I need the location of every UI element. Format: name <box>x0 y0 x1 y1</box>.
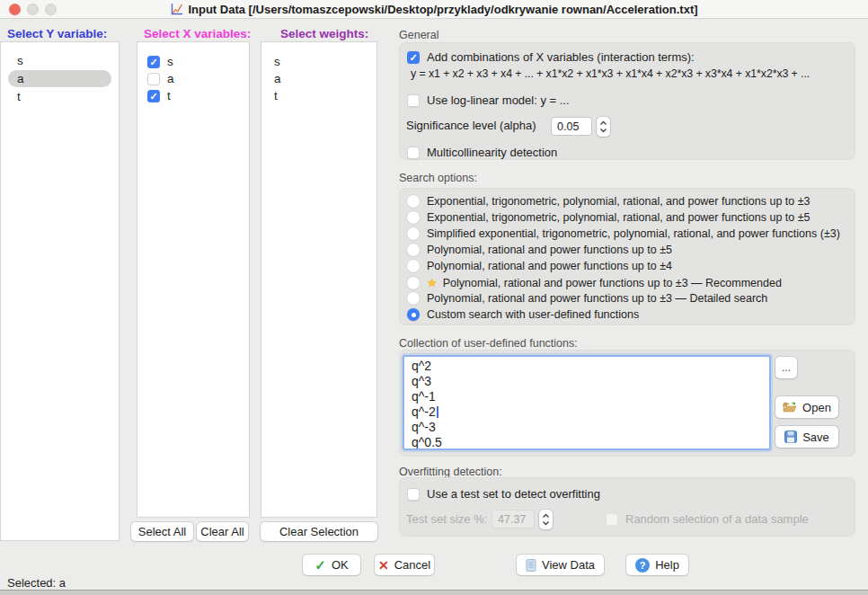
radio-icon[interactable] <box>407 244 420 256</box>
add-combinations-checkbox[interactable] <box>407 51 420 64</box>
help-button-label: Help <box>655 558 679 572</box>
function-line: q^2 <box>412 359 769 374</box>
radio-option[interactable]: Polynomial, rational and power functions… <box>407 244 672 256</box>
random-selection-label: Random selection of a data sample <box>625 512 809 526</box>
list-item[interactable]: s <box>137 53 249 70</box>
multicollinearity-checkbox[interactable] <box>407 147 420 159</box>
search-options-label: Search options: <box>399 172 477 184</box>
view-data-button[interactable]: View Data <box>517 555 604 575</box>
function-line: q^3 <box>412 374 769 389</box>
radio-icon[interactable] <box>407 227 420 240</box>
list-item[interactable]: t <box>137 87 249 104</box>
random-selection-checkbox[interactable] <box>606 513 618 526</box>
list-item[interactable]: t <box>261 87 376 104</box>
radio-option[interactable]: Exponential, trigonometric, polynomial, … <box>407 195 810 208</box>
document-icon <box>526 559 536 572</box>
checkbox-label: s <box>167 55 173 68</box>
radio-option[interactable]: Polynomial, rational and power functions… <box>407 260 672 272</box>
list-item[interactable]: a <box>137 70 249 87</box>
add-combinations-label: Add combinations of X variables (interac… <box>427 50 695 64</box>
use-test-set-label: Use a test set to detect overfitting <box>427 487 600 501</box>
radio-selected-icon[interactable] <box>407 308 420 321</box>
radio-label: Exponential, trigonometric, polynomial, … <box>427 211 810 224</box>
overfitting-group-box: Use a test set to detect overfitting Tes… <box>399 477 855 537</box>
minimize-button[interactable] <box>27 4 39 15</box>
question-mark-icon: ? <box>635 558 650 573</box>
search-options-group-box: Exponential, trigonometric, polynomial, … <box>399 188 855 325</box>
checkbox-label: t <box>167 89 171 102</box>
cancel-button-label: Cancel <box>394 558 430 572</box>
radio-icon[interactable] <box>407 211 420 224</box>
radio-label: Custom search with user-defined function… <box>427 308 639 321</box>
ok-button-label: OK <box>332 558 349 572</box>
clear-selection-button[interactable]: Clear Selection <box>261 522 377 541</box>
browse-functions-button[interactable]: ... <box>775 357 797 378</box>
test-set-size-stepper[interactable] <box>539 510 553 529</box>
list-item[interactable]: a <box>261 70 376 87</box>
list-item-selected[interactable]: a <box>8 70 111 87</box>
cancel-button[interactable]: ✕ Cancel <box>375 555 434 575</box>
clear-all-button[interactable]: Clear All <box>197 522 248 541</box>
significance-stepper[interactable] <box>597 117 610 137</box>
x-variables-list[interactable]: s a t <box>137 41 250 518</box>
open-folder-icon <box>783 401 797 413</box>
help-button[interactable]: ? Help <box>626 555 688 575</box>
open-functions-button[interactable]: Open <box>775 396 838 418</box>
list-item[interactable]: s <box>261 53 376 70</box>
save-functions-button[interactable]: Save <box>775 426 838 448</box>
radio-label: Exponential, trigonometric, polynomial, … <box>427 195 810 208</box>
zoom-button[interactable] <box>45 4 57 15</box>
function-line: q^0.5 <box>412 435 769 450</box>
input-data-dialog: Input Data [/Users/tomaszcepowski/Deskto… <box>0 0 868 595</box>
list-item[interactable]: s <box>8 52 111 69</box>
radio-label: Polynomial, rational and power functions… <box>427 244 672 256</box>
ok-button[interactable]: ✓ OK <box>303 555 360 575</box>
functions-section-label: Collection of user-defined functions: <box>399 337 578 350</box>
radio-option[interactable]: Exponential, trigonometric, polynomial, … <box>407 211 810 224</box>
radio-icon[interactable] <box>407 277 420 289</box>
significance-input[interactable] <box>551 117 592 136</box>
window-bottom-edge <box>0 590 868 595</box>
weights-list[interactable]: s a t <box>261 41 377 518</box>
use-test-set-checkbox[interactable] <box>407 488 420 501</box>
radio-icon[interactable] <box>407 195 420 208</box>
view-data-button-label: View Data <box>542 558 595 572</box>
radio-label: Polynomial, rational and power functions… <box>427 292 767 305</box>
weights-header: Select weights: <box>280 27 368 40</box>
select-all-button[interactable]: Select All <box>131 522 193 541</box>
functions-textarea[interactable]: q^2 q^3 q^-1 q^-2 q^-3 q^0.5 q^-0.5 <box>403 355 771 450</box>
log-linear-label: Use log-linear model: y = ... <box>427 93 570 107</box>
check-icon: ✓ <box>314 557 326 573</box>
log-linear-checkbox[interactable] <box>407 94 420 107</box>
test-set-size-label: Test set size %: <box>406 512 487 526</box>
list-item[interactable]: t <box>8 88 111 105</box>
y-variable-list[interactable]: s a t <box>0 41 120 541</box>
checkbox-checked-icon[interactable] <box>147 56 160 68</box>
radio-option[interactable]: Polynomial, rational and power functions… <box>407 292 767 305</box>
open-button-label: Open <box>802 401 831 414</box>
test-set-size-input[interactable] <box>492 510 535 528</box>
window-title: Input Data [/Users/tomaszcepowski/Deskto… <box>188 3 697 16</box>
save-button-label: Save <box>802 431 829 444</box>
radio-label: Polynomial, rational and power functions… <box>443 277 782 289</box>
save-disk-icon <box>784 431 797 443</box>
function-line: q^-1 <box>412 389 769 404</box>
checkbox-checked-icon[interactable] <box>147 90 160 102</box>
star-icon: ★ <box>427 276 438 289</box>
radio-icon[interactable] <box>407 260 420 272</box>
functions-group-box: q^2 q^3 q^-1 q^-2 q^-3 q^0.5 q^-0.5 ... … <box>399 350 855 457</box>
radio-option-custom-search[interactable]: Custom search with user-defined function… <box>407 308 639 321</box>
radio-label: Simplified exponential, trigonometric, p… <box>427 227 840 240</box>
general-section-label: General <box>399 29 438 41</box>
radio-icon[interactable] <box>407 292 420 305</box>
y-variable-header: Select Y variable: <box>7 27 107 40</box>
x-icon: ✕ <box>378 558 389 573</box>
multicollinearity-label: Multicollinearity detection <box>427 146 557 159</box>
close-button[interactable] <box>9 4 21 15</box>
checkbox-unchecked-icon[interactable] <box>147 73 160 85</box>
radio-option-recommended[interactable]: ★Polynomial, rational and power function… <box>407 276 782 289</box>
status-text: Selected: a <box>7 576 66 590</box>
function-line: q^-3 <box>412 420 769 435</box>
overfitting-section-label: Overfitting detection: <box>399 466 502 478</box>
radio-option[interactable]: Simplified exponential, trigonometric, p… <box>407 227 840 240</box>
